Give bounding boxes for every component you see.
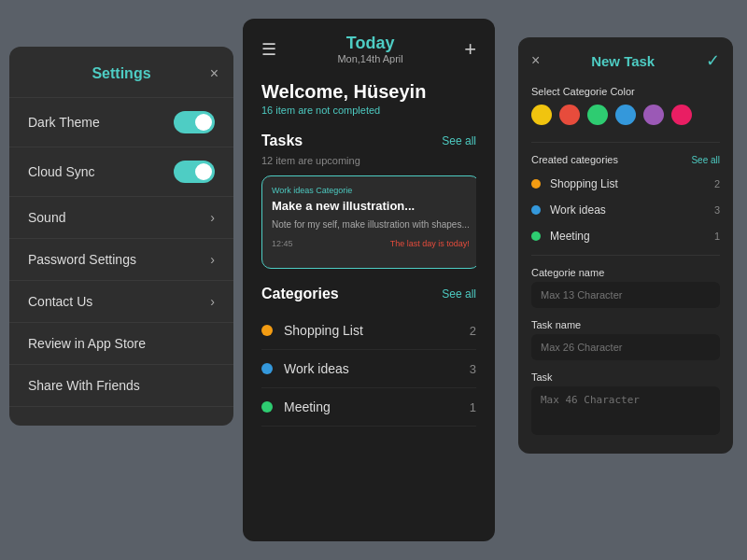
color-blue[interactable] bbox=[615, 105, 636, 125]
list-item[interactable]: Shopping List 2 bbox=[518, 171, 733, 197]
divider bbox=[531, 142, 720, 143]
task-cards-row: Work ideas Categorie Make a new illustra… bbox=[261, 175, 476, 269]
hamburger-icon[interactable]: ☰ bbox=[261, 39, 276, 60]
dark-theme-toggle[interactable] bbox=[174, 111, 215, 133]
list-item[interactable]: Meeting 1 bbox=[261, 388, 476, 427]
task-card-category: Work ideas Categorie bbox=[272, 186, 470, 195]
task-textarea[interactable] bbox=[531, 386, 720, 435]
add-task-button[interactable]: + bbox=[464, 37, 476, 62]
list-item[interactable]: Work ideas 3 bbox=[261, 350, 476, 388]
settings-item-cloud-sync: Cloud Sync bbox=[9, 147, 233, 196]
category-name: Shopping List bbox=[284, 323, 470, 338]
sound-chevron-icon: › bbox=[210, 210, 215, 225]
tasks-see-all-button[interactable]: See all bbox=[442, 134, 476, 147]
newtask-header: × New Task ✓ bbox=[518, 50, 733, 82]
settings-title: Settings bbox=[92, 65, 150, 82]
settings-panel: Settings × Dark Theme Cloud Sync Sound ›… bbox=[9, 47, 233, 426]
categorie-name-label: Categorie name bbox=[518, 261, 733, 282]
category-dot bbox=[261, 401, 273, 413]
contact-chevron-icon: › bbox=[210, 294, 215, 309]
panels-container: Settings × Dark Theme Cloud Sync Sound ›… bbox=[9, 19, 738, 541]
today-title: Today bbox=[337, 34, 402, 53]
settings-item-sound[interactable]: Sound › bbox=[9, 196, 233, 238]
divider bbox=[531, 255, 720, 256]
tasks-section-title: Tasks bbox=[261, 133, 303, 149]
newtask-title: New Task bbox=[540, 53, 706, 69]
welcome-text: Welcome, Hüseyin bbox=[261, 81, 476, 103]
nt-category-name: Shopping List bbox=[550, 177, 714, 190]
task-card-title: Make a new illustration... bbox=[272, 199, 470, 213]
categories-section-header: Categories See all bbox=[261, 286, 476, 302]
category-dot bbox=[261, 325, 273, 336]
select-color-label: Select Categorie Color bbox=[518, 82, 733, 105]
categories-section-title: Categories bbox=[261, 286, 339, 302]
list-item[interactable]: Shopping List 2 bbox=[261, 312, 476, 350]
settings-item-contact[interactable]: Contact Us › bbox=[9, 280, 233, 322]
main-content: Welcome, Hüseyin 16 item are not complet… bbox=[243, 68, 495, 535]
category-name: Work ideas bbox=[284, 361, 470, 376]
today-date: Mon,14th April bbox=[337, 53, 402, 64]
nt-category-name: Meeting bbox=[550, 230, 714, 243]
task-card-footer: 12:45 The last day is today! bbox=[272, 239, 470, 248]
newtask-panel: × New Task ✓ Select Categorie Color Crea… bbox=[518, 37, 733, 454]
task-name-input[interactable] bbox=[531, 334, 720, 360]
share-with-friends-link[interactable]: Share With Friends bbox=[9, 364, 233, 407]
color-green[interactable] bbox=[587, 105, 608, 125]
category-dot bbox=[261, 363, 273, 374]
newtask-confirm-button[interactable]: ✓ bbox=[706, 50, 720, 71]
color-pink[interactable] bbox=[671, 105, 692, 125]
color-purple[interactable] bbox=[643, 105, 664, 125]
task-name-label: Task name bbox=[518, 314, 733, 334]
nt-category-count: 1 bbox=[714, 231, 720, 242]
tasks-subtitle: 12 item are upcoming bbox=[261, 155, 476, 166]
color-row bbox=[518, 105, 733, 136]
nt-category-dot bbox=[531, 205, 541, 215]
nt-category-dot bbox=[531, 231, 541, 241]
main-header: ☰ Today Mon,14th April + bbox=[243, 19, 495, 68]
nt-category-name: Work ideas bbox=[550, 203, 714, 217]
main-header-center: Today Mon,14th April bbox=[337, 34, 402, 64]
category-count: 1 bbox=[470, 400, 476, 414]
cloud-sync-toggle[interactable] bbox=[174, 161, 215, 183]
category-count: 2 bbox=[470, 324, 476, 338]
category-name: Meeting bbox=[284, 399, 470, 414]
settings-close-button[interactable]: × bbox=[210, 65, 218, 82]
tasks-section-header: Tasks See all bbox=[261, 133, 476, 149]
task-due: The last day is today! bbox=[390, 239, 470, 248]
list-item[interactable]: Work ideas 3 bbox=[518, 197, 733, 223]
categorie-name-input[interactable] bbox=[531, 282, 720, 308]
color-red[interactable] bbox=[559, 105, 580, 125]
created-categories-label: Created categories bbox=[531, 154, 618, 165]
settings-item-dark-theme: Dark Theme bbox=[9, 97, 233, 147]
password-chevron-icon: › bbox=[210, 252, 215, 267]
settings-item-password[interactable]: Password Settings › bbox=[9, 238, 233, 280]
task-card[interactable]: Work ideas Categorie Make a new illustra… bbox=[261, 175, 476, 269]
categories-see-all-button[interactable]: See all bbox=[442, 287, 476, 301]
review-app-store-link[interactable]: Review in App Store bbox=[9, 322, 233, 364]
category-count: 3 bbox=[470, 362, 476, 376]
nt-category-count: 2 bbox=[714, 178, 720, 189]
nt-category-dot bbox=[531, 179, 541, 189]
created-categories-header: Created categories See all bbox=[518, 148, 733, 171]
newtask-categories-see-all[interactable]: See all bbox=[691, 155, 720, 165]
list-item[interactable]: Meeting 1 bbox=[518, 223, 733, 249]
task-time: 12:45 bbox=[272, 239, 293, 248]
main-panel: ☰ Today Mon,14th April + Welcome, Hüseyi… bbox=[243, 19, 495, 541]
categories-list: Shopping List 2 Work ideas 3 Meeting 1 bbox=[261, 312, 476, 427]
task-label: Task bbox=[518, 366, 733, 386]
nt-category-count: 3 bbox=[714, 204, 720, 216]
task-card-note: Note for my self, make illustration with… bbox=[272, 218, 470, 231]
newtask-close-button[interactable]: × bbox=[531, 52, 540, 69]
incomplete-text: 16 item are not completed bbox=[261, 105, 476, 116]
settings-header: Settings × bbox=[9, 65, 233, 97]
color-yellow[interactable] bbox=[531, 105, 552, 125]
